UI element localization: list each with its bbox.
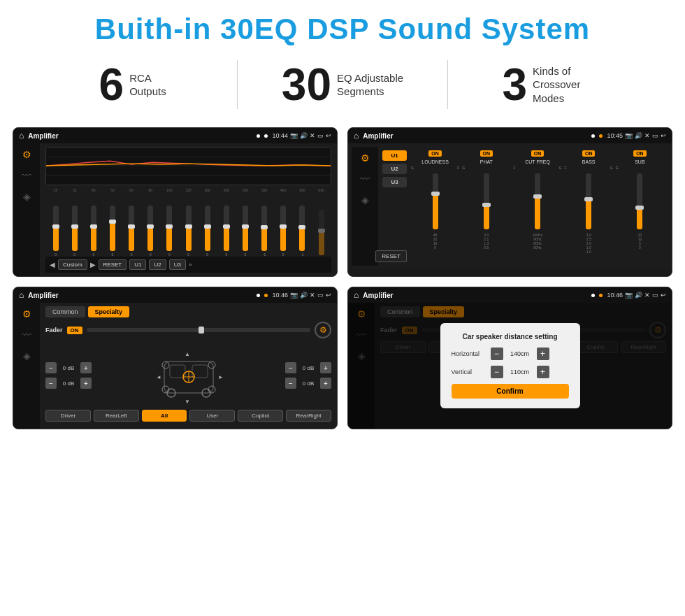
- db-plus-4[interactable]: +: [320, 378, 331, 389]
- db-value-1: 0 dB: [59, 365, 78, 371]
- eq-sidebar-icon-3[interactable]: ◈: [23, 191, 31, 202]
- btn-rearleft[interactable]: RearLeft: [94, 410, 139, 422]
- eq-chevron-right[interactable]: »: [189, 262, 192, 268]
- xover-left-sidebar: ⚙ 〰 ◈: [352, 147, 378, 266]
- db-minus-4[interactable]: −: [285, 378, 296, 389]
- db-plus-3[interactable]: +: [320, 362, 331, 373]
- eq-sidebar-icon-2[interactable]: 〰: [22, 170, 31, 181]
- xover-ch-cutfreq: ON CUT FREQ FG 100Hz90Hz80Hz60Hz: [513, 150, 561, 262]
- eq-prev-arrow[interactable]: ◀: [50, 261, 55, 268]
- xover-presets-col: U1 U2 U3 RESET: [382, 150, 407, 262]
- fd-home-icon[interactable]: ⌂: [354, 290, 359, 300]
- vertical-value: 110cm: [506, 368, 534, 375]
- fader-h-slider[interactable]: [87, 328, 310, 332]
- eq-status-icons: 10:44 📷 🔊 ✕ ▭ ↩: [272, 132, 331, 139]
- dialog-vertical-label: Vertical: [452, 368, 486, 375]
- db-control-3: − 0 dB +: [285, 362, 331, 373]
- xover-sidebar-icon-1[interactable]: ⚙: [361, 152, 370, 164]
- stat-divider-2: [447, 60, 448, 109]
- fader-window-icon: ▭: [317, 292, 324, 299]
- xover-u3-preset[interactable]: U3: [382, 177, 407, 187]
- fader-sidebar-icon-2[interactable]: 〰: [22, 329, 31, 341]
- xover-u1-preset[interactable]: U1: [382, 150, 407, 161]
- xover-window-icon: ▭: [652, 132, 658, 139]
- stat-eq: 30 EQ Adjustable Segments: [252, 62, 433, 107]
- stats-row: 6 RCA Outputs 30 EQ Adjustable Segments …: [0, 53, 685, 122]
- xover-u2-preset[interactable]: U2: [382, 164, 407, 174]
- eq-custom-btn[interactable]: Custom: [58, 259, 87, 270]
- vertical-minus-btn[interactable]: −: [491, 366, 503, 378]
- horizontal-plus-btn[interactable]: +: [537, 348, 549, 360]
- fader-back-icon[interactable]: ↩: [326, 292, 331, 299]
- home-icon[interactable]: ⌂: [19, 131, 24, 141]
- xover-close-icon: ✕: [644, 132, 650, 139]
- eq-u3-btn[interactable]: U3: [169, 259, 186, 270]
- fader-sidebar-icon-3[interactable]: ◈: [23, 350, 31, 361]
- eq-u1-btn[interactable]: U1: [129, 259, 146, 270]
- dialog-overlay: Car speaker distance setting Horizontal …: [348, 303, 672, 429]
- eq-sidebar-icon-1[interactable]: ⚙: [22, 149, 31, 160]
- stat-text-eq: EQ Adjustable Segments: [337, 71, 403, 99]
- eq-reset-btn[interactable]: RESET: [99, 259, 127, 270]
- fader-home-icon[interactable]: ⌂: [19, 290, 24, 300]
- fd-camera-icon: 📷: [625, 292, 633, 299]
- fd-dot-1: [591, 294, 595, 297]
- xover-status-icons: 10:45 📷 🔊 ✕ ▭ ↩: [607, 132, 666, 139]
- tab-common[interactable]: Common: [45, 306, 85, 317]
- xover-sidebar-icon-3[interactable]: ◈: [361, 194, 369, 206]
- eq-dot-1: [257, 134, 260, 138]
- fader-left-sidebar: ⚙ 〰 ◈: [13, 303, 40, 429]
- xover-sidebar-icon-2[interactable]: 〰: [360, 173, 370, 185]
- xover-reset[interactable]: RESET: [375, 250, 407, 262]
- fader-sidebar-icon-1[interactable]: ⚙: [22, 308, 31, 320]
- eq-bottom-bar: ◀ Custom ▶ RESET U1 U2 U3 »: [45, 257, 331, 273]
- fader-dialog-screen: ⌂ Amplifier 10:46 📷 🔊 ✕ ▭ ↩ ⚙ 〰 ◈ Common: [347, 287, 672, 429]
- btn-user[interactable]: User: [189, 410, 235, 422]
- stat-rca: 6 RCA Outputs: [42, 62, 223, 107]
- eq-play-btn[interactable]: ▶: [90, 261, 96, 268]
- tab-specialty[interactable]: Specialty: [88, 306, 130, 317]
- btn-all[interactable]: All: [142, 410, 187, 422]
- header: Buith-in 30EQ DSP Sound System: [0, 0, 685, 53]
- fader-body: ⚙ 〰 ◈ Common Specialty Fader ON ⚙: [13, 303, 337, 429]
- camera-icon: 📷: [290, 132, 298, 139]
- fader-on-badge[interactable]: ON: [67, 327, 82, 334]
- fd-back-icon[interactable]: ↩: [661, 292, 666, 299]
- stat-number-6: 6: [99, 62, 124, 107]
- db-minus-1[interactable]: −: [45, 362, 57, 373]
- db-value-2: 0 dB: [59, 380, 78, 387]
- eq-u2-btn[interactable]: U2: [149, 259, 166, 270]
- btn-driver[interactable]: Driver: [45, 410, 91, 422]
- fader-dot-2: [264, 294, 268, 297]
- back-icon[interactable]: ↩: [326, 132, 331, 139]
- btn-rearright[interactable]: RearRight: [286, 410, 331, 422]
- svg-point-13: [208, 361, 215, 368]
- fader-dialog-body: ⚙ 〰 ◈ Common Specialty Fader ON ⚙: [348, 303, 672, 429]
- db-value-4: 0 dB: [298, 380, 318, 387]
- speaker-left-controls: − 0 dB + − 0 dB +: [45, 362, 92, 389]
- confirm-button[interactable]: Confirm: [452, 384, 569, 399]
- fader-dialog-status-bar: ⌂ Amplifier 10:46 📷 🔊 ✕ ▭ ↩: [348, 287, 672, 303]
- window-icon: ▭: [317, 132, 324, 139]
- fader-close-icon: ✕: [310, 292, 315, 299]
- xover-home-icon[interactable]: ⌂: [354, 131, 359, 141]
- svg-rect-0: [46, 148, 331, 185]
- fader-app-title: Amplifier: [28, 292, 252, 299]
- db-plus-2[interactable]: +: [80, 378, 92, 389]
- vertical-plus-btn[interactable]: +: [537, 366, 549, 378]
- xover-back-icon[interactable]: ↩: [661, 132, 666, 139]
- db-control-4: − 0 dB +: [285, 378, 331, 389]
- xover-ch-sub: ON SUB G 201050: [616, 150, 664, 262]
- db-plus-1[interactable]: +: [80, 362, 92, 373]
- db-minus-3[interactable]: −: [285, 362, 296, 373]
- fd-status-icons: 10:46 📷 🔊 ✕ ▭ ↩: [607, 292, 666, 299]
- eq-dot-2: [264, 134, 268, 138]
- eq-app-title: Amplifier: [28, 132, 252, 140]
- fader-header-row: Fader ON ⚙: [45, 322, 331, 338]
- horizontal-minus-btn[interactable]: −: [491, 348, 503, 360]
- db-minus-2[interactable]: −: [45, 378, 57, 389]
- xover-channels-row: ON LOUDNESS GF 4832160 ON PHAT G: [411, 150, 664, 262]
- stat-text-rca: RCA Outputs: [129, 71, 166, 99]
- btn-copilot[interactable]: Copilot: [238, 410, 283, 422]
- fader-settings-icon[interactable]: ⚙: [315, 322, 331, 338]
